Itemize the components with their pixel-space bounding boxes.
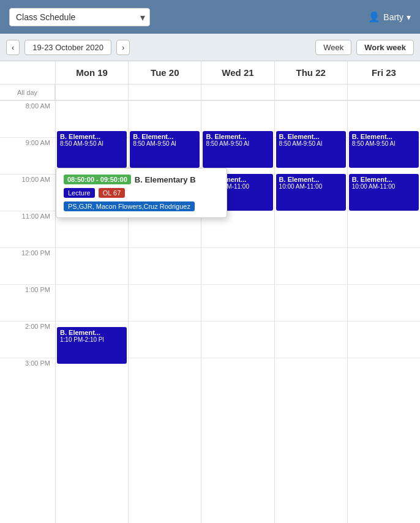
day-col-tue: B. Element... 8:50 AM-9:50 Al [128,100,201,523]
event-title: B. Element... [279,133,343,140]
all-day-thu [274,85,347,100]
header-mon: Mon 19 [55,61,128,84]
time-800: 8:00 AM [0,100,55,137]
event-title: B. Element... [352,176,416,183]
event-title: B. Element... [352,133,416,140]
user-icon: 👤 [368,11,380,23]
prev-button[interactable]: ‹ [6,40,20,55]
event-fri-10[interactable]: B. Element... 10:00 AM-11:00 [349,174,419,211]
header-fri: Fri 23 [347,61,420,84]
people-tag: PS,GJR, Macon Flowers,Cruz Rodriguez [64,201,195,211]
day-col-thu: B. Element... 8:50 AM-9:50 Al B. Element… [274,100,347,523]
event-mon-1pm[interactable]: B. Element... 1:10 PM-2:10 Pl [57,327,127,364]
popup-tags: Lecture OL 67 PS,GJR, Macon Flowers,Cruz… [64,188,219,211]
popup-time-badge: 08:50:00 - 09:50:00 [64,175,131,184]
event-title: B. Element... [60,329,124,336]
header-tue: Tue 20 [128,61,201,84]
day-col-mon: B. Element... 8:50 AM-9:50 Al B. Element… [55,100,128,523]
header-wed: Wed 21 [201,61,274,84]
event-title: B. Element... [133,133,197,140]
event-time: 8:50 AM-9:50 Al [60,140,124,147]
event-time: 1:10 PM-2:10 Pl [60,336,124,343]
all-day-fri [347,85,420,100]
time-1000: 10:00 AM [0,174,55,211]
all-day-label: All day [0,85,55,100]
popup-time-row: 08:50:00 - 09:50:00 B. Elementary B [64,175,219,184]
day-headers: Mon 19 Tue 20 Wed 21 Thu 22 Fri 23 [0,61,420,85]
event-time: 8:50 AM-9:50 Al [133,140,197,147]
nav-bar: ‹ 19-23 October 2020 › Week Work week [0,34,420,61]
time-1400: 2:00 PM [0,321,55,358]
event-time: 8:50 AM-9:50 Al [279,140,343,147]
time-1200: 12:00 PM [0,247,55,284]
all-day-tue [128,85,201,100]
popup-title: B. Elementary B [135,175,196,184]
event-thu-9[interactable]: B. Element... 8:50 AM-9:50 Al [276,131,346,168]
time-1100: 11:00 AM [0,211,55,247]
event-mon-9[interactable]: B. Element... 8:50 AM-9:50 Al [57,131,127,168]
lecture-tag: Lecture [64,188,95,198]
all-day-row: All day [0,85,420,100]
time-labels: 8:00 AM 9:00 AM 10:00 AM 11:00 AM 12:00 … [0,100,55,523]
user-menu[interactable]: 👤 Barty ▾ [368,11,411,23]
schedule-select[interactable]: Class Schedule [9,8,150,26]
all-day-mon [55,85,128,100]
event-time: 8:50 AM-9:50 Al [352,140,416,147]
time-1500: 3:00 PM [0,358,55,394]
event-tue-9[interactable]: B. Element... 8:50 AM-9:50 Al [130,131,200,168]
all-day-wed [201,85,274,100]
header-thu: Thu 22 [274,61,347,84]
event-fri-9[interactable]: B. Element... 8:50 AM-9:50 Al [349,131,419,168]
chevron-down-icon: ▾ [407,12,411,22]
event-time: 8:50 AM-9:50 Al [206,140,269,147]
event-title: B. Element... [60,133,124,140]
time-900: 9:00 AM [0,137,55,174]
day-col-fri: B. Element... 8:50 AM-9:50 Al B. Element… [347,100,420,523]
day-col-wed: B. Element... 8:50 AM-9:50 Al B. Element… [201,100,274,523]
user-label: Barty [383,12,403,22]
event-time: 10:00 AM-11:00 [352,183,416,190]
event-thu-10[interactable]: B. Element... 10:00 AM-11:00 [276,174,346,211]
time-grid: 8:00 AM 9:00 AM 10:00 AM 11:00 AM 12:00 … [0,100,420,523]
date-range: 19-23 October 2020 [24,40,111,55]
next-button[interactable]: › [116,40,130,55]
top-bar: Class Schedule 👤 Barty ▾ [0,0,420,34]
schedule-selector-wrapper[interactable]: Class Schedule [9,8,150,26]
work-week-view-button[interactable]: Work week [356,40,414,55]
event-time: 10:00 AM-11:00 [279,183,343,190]
time-1300: 1:00 PM [0,284,55,321]
event-title: B. Element... [206,133,269,140]
event-title: B. Element... [279,176,343,183]
calendar-container: Mon 19 Tue 20 Wed 21 Thu 22 Fri 23 All d… [0,61,420,523]
week-view-button[interactable]: Week [315,40,351,55]
event-popup: 08:50:00 - 09:50:00 B. Elementary B Lect… [56,168,227,218]
days-grid: B. Element... 8:50 AM-9:50 Al B. Element… [55,100,420,523]
ol-tag: OL 67 [99,188,126,198]
header-empty [0,61,55,84]
event-wed-9[interactable]: B. Element... 8:50 AM-9:50 Al [203,131,272,168]
